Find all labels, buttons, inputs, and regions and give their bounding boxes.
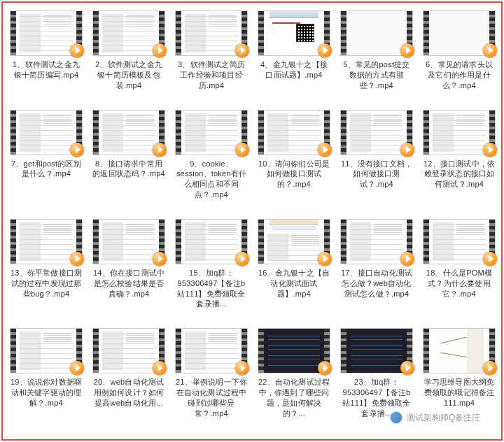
filmstrip-left-icon [424, 220, 429, 264]
video-file-item[interactable]: 22、自动化测试过程中，你遇到了哪些问题，是如何解决的？... [256, 329, 332, 418]
filmstrip-left-icon [176, 110, 181, 155]
video-file-item[interactable]: 11、没有接口文档，如何做接口测试？.mp4 [339, 110, 414, 200]
play-icon [483, 361, 497, 375]
play-icon [318, 252, 332, 266]
file-name-label: 5、常见的post提交数据的方式有那些？.mp4 [340, 59, 413, 91]
video-thumbnail[interactable] [424, 110, 495, 155]
video-file-item[interactable]: 18、什么是POM模式？为什么要使用它？.mp4 [421, 220, 497, 309]
video-file-item[interactable]: 15、加q群：953306497【备注b站111】免费领取全套录播... [174, 220, 249, 309]
video-thumbnail[interactable] [258, 220, 330, 264]
file-name-label: 14、你在接口测试中是怎么校验结果是否真确？.mp4 [92, 268, 165, 299]
video-file-item[interactable]: 13、你平常做接口测试的过程中发现过那些bug？.mp4 [8, 220, 84, 309]
video-thumbnail[interactable] [176, 110, 247, 155]
video-file-item[interactable]: 学习思维导图大纲免费领取的哦记得备注111.mp4 [421, 329, 497, 418]
video-file-item[interactable]: 5、常见的post提交数据的方式有那些？.mp4 [339, 11, 414, 91]
filmstrip-left-icon [10, 220, 16, 264]
play-icon [70, 143, 84, 157]
video-thumbnail[interactable] [258, 329, 330, 373]
video-file-item[interactable]: 3、软件测试之简历工作经验和项目经历.mp4 [174, 11, 249, 91]
thumbnail-preview [181, 11, 241, 55]
thumbnail-preview [346, 329, 407, 373]
video-thumbnail[interactable] [93, 110, 164, 155]
video-thumbnail[interactable] [341, 110, 412, 155]
play-icon [235, 43, 249, 57]
thumbnail-preview [181, 110, 241, 155]
thumbnail-preview [99, 329, 159, 373]
video-thumbnail[interactable] [341, 220, 412, 264]
filmstrip-left-icon [258, 220, 264, 264]
play-icon [235, 252, 249, 266]
video-grid: 1、软件测试之金九银十简历编写.mp42、软件测试之金九银十简历模板及包装.mp… [8, 11, 496, 419]
file-name-label: 21、举例说明一下你在自动化测试过程中碰到过哪些异常？.mp4 [175, 377, 248, 418]
video-thumbnail[interactable] [258, 11, 330, 55]
video-file-item[interactable]: 6、常见的请求头以及它们的作用是什么？.mp4 [421, 11, 497, 91]
thumbnail-preview [429, 110, 489, 155]
thumbnail-preview [429, 220, 489, 264]
video-file-item[interactable]: 2、软件测试之金九银十简历模板及包装.mp4 [91, 11, 167, 91]
video-file-item[interactable]: 12、接口测试中，依赖登录状态的接口如何测试？.mp4 [421, 110, 497, 200]
video-thumbnail[interactable] [10, 110, 82, 155]
video-thumbnail[interactable] [93, 329, 164, 373]
file-name-label: 7、get和post的区别是什么？.mp4 [10, 159, 83, 180]
thumbnail-preview [99, 110, 159, 155]
thumbnail-preview [346, 110, 407, 155]
file-name-label: 15、加q群：953306497【备注b站111】免费领取全套录播... [175, 268, 248, 309]
video-thumbnail[interactable] [424, 11, 495, 55]
video-file-item[interactable]: 7、get和post的区别是什么？.mp4 [8, 110, 84, 200]
video-thumbnail[interactable] [258, 110, 330, 155]
play-icon [318, 143, 332, 157]
video-file-item[interactable]: 21、举例说明一下你在自动化测试过程中碰到过哪些异常？.mp4 [174, 329, 249, 418]
thumbnail-preview [16, 329, 76, 373]
filmstrip-left-icon [341, 220, 346, 264]
video-file-item[interactable]: 23、加q群：953306497【备注b站111】免费领取全套录播... [339, 329, 414, 418]
thumbnail-preview [181, 329, 241, 373]
filmstrip-left-icon [341, 110, 346, 155]
video-thumbnail[interactable] [10, 220, 82, 264]
video-file-item[interactable]: 14、你在接口测试中是怎么校验结果是否真确？.mp4 [91, 220, 167, 309]
file-name-label: 19、说说你对数据驱动和关键字驱动的理解？.mp4 [10, 377, 83, 408]
filmstrip-left-icon [176, 220, 181, 264]
thumbnail-preview [264, 220, 324, 264]
video-file-item[interactable]: 17、接口自动化测试怎么做？web自动化测试怎么做？.mp4 [339, 220, 414, 309]
play-icon [235, 361, 249, 375]
thumbnail-preview [99, 220, 159, 264]
play-icon [483, 43, 497, 57]
filmstrip-left-icon [258, 329, 264, 373]
thumbnail-preview [264, 329, 324, 373]
play-icon [318, 43, 332, 57]
video-thumbnail[interactable] [341, 11, 412, 55]
video-file-item[interactable]: 10、请问你们公司是如何做接口测试的？.mp4 [256, 110, 332, 200]
play-icon [483, 143, 497, 157]
video-thumbnail[interactable] [93, 11, 164, 55]
video-file-item[interactable]: 9、cookie、session、token有什么相同点和不同点？.mp4 [174, 110, 249, 200]
play-icon [400, 143, 414, 157]
video-thumbnail[interactable] [10, 11, 82, 55]
video-thumbnail[interactable] [176, 329, 247, 373]
file-grid-container: 1、软件测试之金九银十简历编写.mp42、软件测试之金九银十简历模板及包装.mp… [1, 1, 503, 441]
thumbnail-preview [346, 220, 407, 264]
thumbnail-preview [429, 329, 489, 373]
play-icon [318, 361, 332, 375]
play-icon [70, 252, 84, 266]
video-thumbnail[interactable] [176, 220, 247, 264]
play-icon [153, 43, 167, 57]
file-name-label: 8、接口请求中常用的返回状态码？.mp4 [92, 159, 165, 180]
video-thumbnail[interactable] [424, 220, 495, 264]
thumbnail-preview [181, 220, 241, 264]
thumbnail-preview [16, 220, 76, 264]
video-file-item[interactable]: 8、接口请求中常用的返回状态码？.mp4 [91, 110, 167, 200]
filmstrip-left-icon [341, 11, 346, 55]
video-file-item[interactable]: 16、金九银十之【自动化测试面试题】.mp4 [256, 220, 332, 309]
video-thumbnail[interactable] [176, 11, 247, 55]
video-file-item[interactable]: 20、web自动化测试用例如何设计？如何提高web自动化用... [91, 329, 167, 418]
video-thumbnail[interactable] [341, 329, 412, 373]
file-name-label: 18、什么是POM模式？为什么要使用它？.mp4 [423, 268, 496, 299]
video-file-item[interactable]: 19、说说你对数据驱动和关键字驱动的理解？.mp4 [8, 329, 84, 418]
video-file-item[interactable]: 1、软件测试之金九银十简历编写.mp4 [8, 11, 84, 91]
filmstrip-left-icon [176, 11, 181, 55]
file-name-label: 11、没有接口文档，如何做接口测试？.mp4 [340, 159, 413, 190]
video-thumbnail[interactable] [10, 329, 82, 373]
video-thumbnail[interactable] [93, 220, 164, 264]
video-file-item[interactable]: 4、金九银十之【接口面试题】.mp4 [256, 11, 332, 91]
video-thumbnail[interactable] [424, 329, 495, 373]
